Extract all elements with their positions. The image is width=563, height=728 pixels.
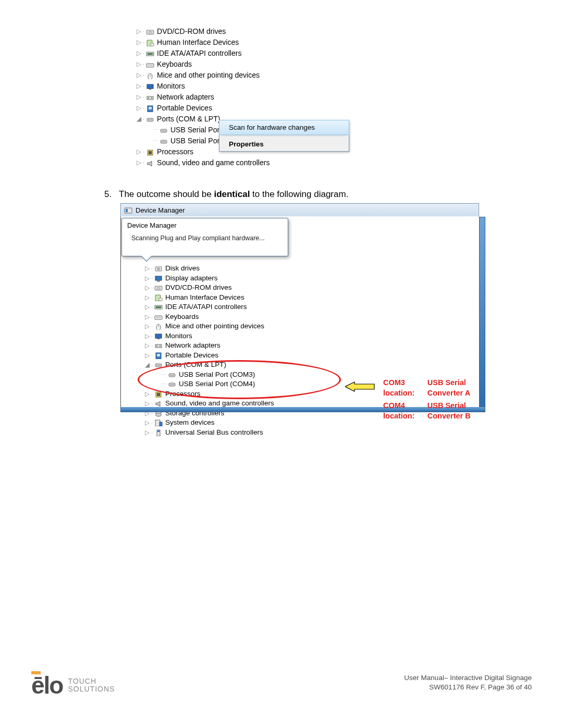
tree-item[interactable]: ▷ · Human Interface Devices <box>144 293 479 303</box>
footer-info: User Manual– Interactive Digital Signage… <box>404 673 532 692</box>
tree-item[interactable]: ▷ · Keyboards <box>136 59 375 70</box>
usb-icon <box>154 428 163 437</box>
monitor-icon <box>154 332 163 340</box>
screenshot-2: Device Manager Device Manager Scanning P… <box>120 203 480 408</box>
tree-label: IDE ATA/ATAPI controllers <box>157 48 241 59</box>
sound-icon <box>145 159 155 167</box>
expander-closed-icon[interactable]: ▷ <box>136 70 142 81</box>
tree-label: Processors <box>157 146 193 157</box>
expander-closed-icon[interactable]: ▷ <box>144 428 150 438</box>
expander-closed-icon[interactable]: ▷ <box>144 418 150 428</box>
tooltip-message: Scanning Plug and Play compliant hardwar… <box>122 229 288 242</box>
tree-item[interactable]: ▷ · DVD/CD-ROM drives <box>144 283 479 293</box>
sys-icon <box>154 418 163 427</box>
tree-label: USB Serial Port <box>170 125 222 135</box>
expander-open-icon[interactable]: ◢ <box>144 360 150 370</box>
tree-item[interactable]: ▷ · Portable Devices <box>136 103 375 114</box>
tree-item[interactable]: ▷ · Display adapters <box>144 274 479 283</box>
tree-item[interactable]: ▷ · IDE ATA/ATAPI controllers <box>136 48 375 59</box>
step-5-text: 5.The outcome should be identical to the… <box>104 189 532 200</box>
tree-label: USB Serial Port <box>170 135 222 146</box>
expander-closed-icon[interactable]: ▷ <box>144 312 150 322</box>
kbd-icon <box>145 60 155 69</box>
serial-icon <box>154 361 163 369</box>
page-footer: ēlo TOUCHSOLUTIONS User Manual– Interact… <box>0 663 563 699</box>
expander-closed-icon[interactable]: ▷ <box>136 48 142 59</box>
tree-item[interactable]: ▷ · IDE ATA/ATAPI controllers <box>144 302 479 312</box>
tree-item[interactable]: ▷ · Monitors <box>136 81 375 92</box>
expander-closed-icon[interactable]: ▷ <box>136 157 142 168</box>
sound-icon <box>154 399 163 408</box>
expander-closed-icon[interactable]: ▷ <box>144 264 150 274</box>
step-number: 5. <box>104 189 119 200</box>
expander-closed-icon[interactable]: ▷ <box>136 103 142 114</box>
tree-label: IDE ATA/ATAPI controllers <box>165 302 247 312</box>
disk-icon <box>154 264 163 273</box>
tree-item-ports[interactable]: ◢ · Ports (COM & LPT) <box>144 360 479 370</box>
ide-icon <box>154 303 163 311</box>
net-icon <box>154 341 163 350</box>
tree-item[interactable]: ▷ · DVD/CD-ROM drives <box>136 26 375 37</box>
expander-closed-icon[interactable]: ▷ <box>144 302 150 312</box>
expander-closed-icon[interactable]: ▷ <box>136 37 142 48</box>
expander-closed-icon[interactable]: ▷ <box>144 341 150 351</box>
monitor-icon <box>145 82 155 91</box>
tree-label: Mice and other pointing devices <box>165 322 264 331</box>
serial-icon <box>159 137 168 145</box>
serial-icon <box>145 115 155 124</box>
expander-closed-icon[interactable]: ▷ <box>144 274 150 283</box>
legend-com3-value: USB Serial Converter A <box>427 377 478 399</box>
expander-closed-icon[interactable]: ▷ <box>144 331 150 341</box>
menu-scan-hardware[interactable]: Scan for hardware changes <box>219 120 349 135</box>
expander-closed-icon[interactable]: ▷ <box>136 92 142 103</box>
menu-properties[interactable]: Properties <box>219 137 349 151</box>
legend-com4-label: COM4 location: <box>383 400 426 422</box>
kbd-icon <box>154 313 163 321</box>
device-manager-icon <box>124 206 132 215</box>
tree-item[interactable]: ▷ · Disk drives <box>144 264 479 274</box>
tree-label: Disk drives <box>165 264 200 274</box>
tree-item[interactable]: ▷ · Network adapters <box>144 341 479 351</box>
tree-item[interactable]: ▷ · Sound, video and game controllers <box>136 157 375 168</box>
tree-label: Ports (COM & LPT) <box>157 114 220 125</box>
expander-closed-icon[interactable]: ▷ <box>136 146 142 157</box>
footer-line1: User Manual– Interactive Digital Signage <box>404 674 532 682</box>
tree-item[interactable]: ▷ · Monitors <box>144 331 479 341</box>
tree-label: Monitors <box>157 81 185 92</box>
tooltip-title: Device Manager <box>122 218 288 229</box>
expander-closed-icon[interactable]: ▷ <box>144 322 150 331</box>
tree-item[interactable]: ▷ · Network adapters <box>136 92 375 103</box>
tree-item[interactable]: ▷ · Portable Devices <box>144 351 479 361</box>
expander-closed-icon[interactable]: ▷ <box>144 293 150 303</box>
expander-open-icon[interactable]: ◢ <box>136 114 142 125</box>
serial-icon <box>167 371 177 379</box>
tree-item[interactable]: ▷ · Keyboards <box>144 312 479 322</box>
tree-item[interactable]: ▷ · Human Interface Devices <box>136 37 375 48</box>
expander-closed-icon[interactable]: ▷ <box>144 351 150 361</box>
window-titlebar: Device Manager <box>120 203 479 217</box>
disp-icon <box>154 274 163 282</box>
mouse-icon <box>154 322 163 330</box>
tree-label: Network adapters <box>157 92 214 103</box>
ide-icon <box>145 50 155 58</box>
hid-icon <box>145 39 155 47</box>
logo-subtext: TOUCHSOLUTIONS <box>68 677 115 693</box>
expander-closed-icon[interactable]: ▷ <box>136 59 142 70</box>
window-frame-right <box>479 217 485 407</box>
expander-closed-icon[interactable]: ▷ <box>136 81 142 92</box>
tree-item[interactable]: ▷ · Universal Serial Bus controllers <box>144 428 479 438</box>
expander-closed-icon[interactable]: ▷ <box>136 26 142 37</box>
tree-label: Ports (COM & LPT) <box>165 360 226 370</box>
menu-separator <box>222 135 347 136</box>
serial-icon <box>159 126 168 134</box>
tree-label: Keyboards <box>157 59 192 70</box>
tree-label: Human Interface Devices <box>157 37 239 48</box>
tree-label: DVD/CD-ROM drives <box>157 26 226 37</box>
com-port-legend: COM3 location:USB Serial Converter A COM… <box>382 376 479 423</box>
tree-label: Processors <box>165 389 201 399</box>
expander-closed-icon[interactable]: ▷ <box>144 389 150 399</box>
expander-closed-icon[interactable]: ▷ <box>144 283 150 293</box>
tree-item[interactable]: ▷ · Mice and other pointing devices <box>144 322 479 331</box>
step-text: to the following diagram. <box>250 189 348 199</box>
tree-item[interactable]: ▷ · Mice and other pointing devices <box>136 70 375 81</box>
